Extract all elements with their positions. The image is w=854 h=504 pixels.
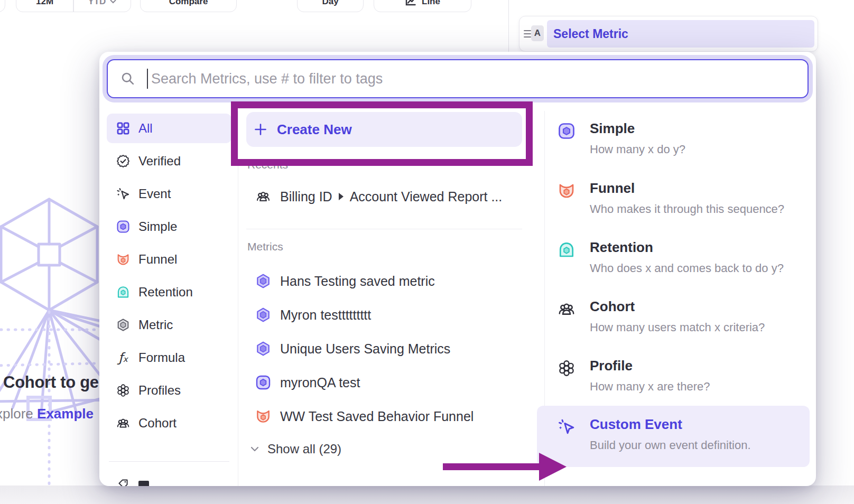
recents-heading: Recents <box>247 158 288 171</box>
chart-type-line-label: Line <box>422 0 440 7</box>
custom-event-icon <box>557 417 576 436</box>
cohort-icon <box>115 415 131 431</box>
breadcrumb-caret-icon <box>339 193 344 200</box>
sidebar-item-label: Event <box>138 186 171 201</box>
granularity-day-button[interactable]: Day <box>297 0 364 12</box>
list-divider <box>246 229 522 229</box>
date-range-12m-button[interactable]: 12M <box>16 0 73 12</box>
funnel-icon <box>255 408 272 425</box>
simple-icon <box>115 219 131 235</box>
simple-icon <box>557 122 576 141</box>
type-description: How many x do y? <box>590 143 685 156</box>
type-title: Cohort <box>590 298 635 315</box>
plus-icon <box>254 123 267 136</box>
metric-item-label: Unique Users Saving Metrics <box>280 341 450 357</box>
sidebar-section-divider <box>109 461 229 462</box>
sidebar-item-label: Cohort <box>138 416 177 431</box>
background-headline-fragment: r Cohort to ge <box>0 373 99 392</box>
metric-hexagon-purple-icon <box>255 273 272 290</box>
profiles-icon <box>115 382 131 398</box>
sidebar-item-retention[interactable]: Retention <box>107 277 231 307</box>
example-link[interactable]: Example <box>37 406 94 422</box>
type-title: Profile <box>590 358 633 374</box>
search-field-wrap <box>107 59 809 98</box>
create-new-label: Create New <box>277 122 352 138</box>
date-range-ytd-button[interactable]: YTD <box>74 0 131 12</box>
sidebar-item-label: Verified <box>138 154 181 169</box>
explore-text-fragment: xplore <box>0 406 37 422</box>
metric-hexagon-purple-icon <box>255 340 272 357</box>
drag-handle-icon[interactable] <box>524 30 531 38</box>
type-description: Who makes it through this sequence? <box>590 202 784 216</box>
metric-list-item[interactable]: myronQA test <box>247 369 522 396</box>
toolbar-button-fragment[interactable] <box>0 0 5 12</box>
line-chart-icon <box>405 0 416 7</box>
recent-item-primary: Billing ID <box>280 189 332 204</box>
metric-list-item[interactable]: Hans Testing saved metric <box>247 267 522 295</box>
type-item-cohort[interactable]: Cohort How many users match x criteria? <box>550 298 810 341</box>
type-item-retention[interactable]: Retention Who does x and comes back to d… <box>550 239 810 282</box>
create-new-button[interactable]: Create New <box>246 112 522 147</box>
cohort-icon <box>255 188 272 205</box>
page-footer-area <box>0 486 854 504</box>
sidebar-item-label: Metric <box>138 318 173 332</box>
chart-type-line-button[interactable]: Line <box>374 0 471 12</box>
tag-icon <box>115 476 131 486</box>
sidebar-item-formula[interactable]: ƒx Formula <box>107 343 231 372</box>
select-metric-field[interactable]: Select Metric <box>547 20 814 48</box>
compare-label: Compare <box>169 0 208 7</box>
formula-icon: ƒx <box>115 350 131 366</box>
type-description: Who does x and comes back to do y? <box>590 262 784 275</box>
sidebar-item-partial[interactable] <box>107 469 231 486</box>
sidebar-item-label: Formula <box>138 350 185 365</box>
background-explore-line: xplore Example <box>0 406 94 422</box>
sidebar-item-cohort[interactable]: Cohort <box>107 408 231 438</box>
chevron-down-icon <box>110 0 116 4</box>
type-item-simple[interactable]: Simple How many x do y? <box>550 120 810 163</box>
recent-item-secondary: Account Viewed Report ... <box>350 189 503 204</box>
type-description: How many x are there? <box>590 380 710 394</box>
type-item-funnel[interactable]: Funnel Who makes it through this sequenc… <box>550 180 810 222</box>
type-item-profile[interactable]: Profile How many x are there? <box>550 358 810 400</box>
chevron-down-icon <box>250 446 259 452</box>
sidebar-item-verified[interactable]: Verified <box>107 146 231 176</box>
sidebar-item-profiles[interactable]: Profiles <box>107 376 231 405</box>
type-description: Build your own event definition. <box>590 438 751 452</box>
sidebar-item-label: Profiles <box>138 383 181 398</box>
metric-hexagon-purple-icon <box>255 306 272 323</box>
sidebar-item-funnel[interactable]: Funnel <box>107 245 231 274</box>
type-title: Retention <box>590 239 653 256</box>
sidebar-item-all[interactable]: All <box>107 114 231 143</box>
date-range-segmented-control: 12M YTD <box>16 0 131 12</box>
metric-picker-modal: All Verified Event <box>99 52 816 486</box>
event-icon <box>115 186 131 202</box>
app-canvas: r Cohort to ge xplore Example 12M YTD Co… <box>0 0 854 504</box>
metric-icon <box>115 317 131 333</box>
simple-icon <box>255 374 272 391</box>
sidebar-item-label: Retention <box>138 285 193 300</box>
compare-button[interactable]: Compare <box>140 0 237 12</box>
sidebar-item-event[interactable]: Event <box>107 179 231 209</box>
retention-icon <box>557 240 576 259</box>
metric-item-label: WW Test Saved Behavior Funnel <box>280 409 474 424</box>
select-metric-placeholder: Select Metric <box>553 27 628 41</box>
show-all-button[interactable]: Show all (29) <box>250 437 341 461</box>
sidebar-item-metric[interactable]: Metric <box>107 310 231 340</box>
clipped-label-fragment <box>138 481 149 486</box>
type-description: How many users match x criteria? <box>590 321 765 334</box>
metric-list-item[interactable]: WW Test Saved Behavior Funnel <box>247 403 522 430</box>
metric-list-item[interactable]: Myron testtttttttt <box>247 301 522 329</box>
metric-row-card: A Select Metric <box>519 16 818 52</box>
sidebar-item-simple[interactable]: Simple <box>107 212 231 241</box>
metrics-heading: Metrics <box>247 240 283 253</box>
type-item-custom-event[interactable]: Custom Event Build your own event defini… <box>550 416 810 459</box>
sidebar-item-label: Simple <box>138 219 177 234</box>
grid-icon <box>115 120 131 136</box>
date-range-12m-label: 12M <box>36 0 53 7</box>
date-range-ytd-label: YTD <box>88 0 106 7</box>
search-input[interactable] <box>107 59 809 98</box>
verified-icon <box>115 153 131 169</box>
metric-list-item[interactable]: Unique Users Saving Metrics <box>247 335 522 362</box>
metric-item-label: Myron testtttttttt <box>280 307 371 323</box>
recent-item-billing-id[interactable]: Billing ID Account Viewed Report ... <box>247 183 522 210</box>
